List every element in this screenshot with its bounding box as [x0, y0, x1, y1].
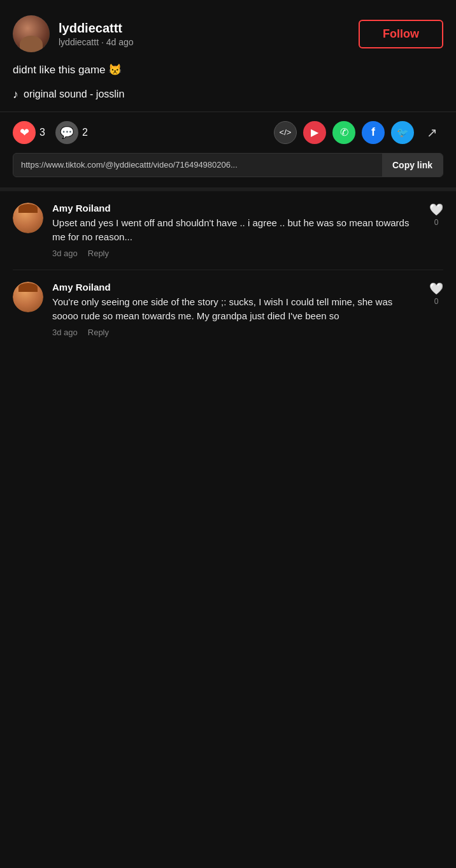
- comment-like-area[interactable]: 🤍 0: [429, 203, 443, 227]
- heart-icon: ❤: [13, 121, 36, 144]
- share-icons: </> ▶ ✆ f 🐦 ↗: [274, 121, 443, 144]
- comment-time: 3d ago: [52, 249, 78, 258]
- action-buttons-left: ❤ 3 💬 2: [13, 121, 274, 144]
- reply-button[interactable]: Reply: [88, 328, 109, 337]
- sound-bar[interactable]: ♪ original sound - josslin: [0, 84, 456, 112]
- link-text: https://www.tiktok.com/@lyddiecattt/vide…: [13, 154, 382, 176]
- comment-like-area[interactable]: 🤍 0: [429, 282, 443, 306]
- comment-avatar[interactable]: [13, 203, 43, 233]
- more-share-button[interactable]: ↗: [420, 121, 443, 144]
- comment-username: Amy Roiland: [52, 282, 420, 293]
- comment-username: Amy Roiland: [52, 203, 420, 213]
- like-button[interactable]: ❤ 3: [13, 121, 45, 144]
- whatsapp-share-button[interactable]: ✆: [332, 121, 355, 144]
- copy-link-button[interactable]: Copy link: [382, 154, 443, 177]
- facebook-share-button[interactable]: f: [362, 121, 385, 144]
- post-caption: didnt like this game 😾: [0, 60, 456, 84]
- avatar[interactable]: [13, 15, 50, 52]
- comment-meta: 3d ago Reply: [52, 328, 420, 337]
- comment-text: Upset and yes I went off and shouldn't h…: [52, 216, 420, 245]
- follow-button[interactable]: Follow: [359, 20, 443, 48]
- vimeo-share-button[interactable]: ▶: [303, 121, 326, 144]
- post-header: lyddiecattt lyddiecattt · 4d ago Follow: [0, 0, 456, 60]
- comment-heart-icon: 🤍: [429, 203, 443, 217]
- comment-count: 2: [82, 127, 88, 138]
- reply-button[interactable]: Reply: [88, 249, 109, 258]
- comment-heart-icon: 🤍: [429, 282, 443, 296]
- comment-item: Amy Roiland You're only seeing one side …: [0, 270, 456, 349]
- comment-item: Amy Roiland Upset and yes I went off and…: [0, 191, 456, 270]
- sound-label: original sound - josslin: [24, 89, 124, 100]
- username-main: lyddiecattt: [59, 20, 134, 36]
- twitter-share-button[interactable]: 🐦: [391, 121, 414, 144]
- actions-row: ❤ 3 💬 2 </> ▶ ✆ f 🐦 ↗: [0, 112, 456, 153]
- comment-text: You're only seeing one side of the story…: [52, 295, 420, 324]
- comment-like-count: 0: [434, 218, 439, 227]
- comment-button[interactable]: 💬 2: [55, 121, 88, 144]
- username-block: lyddiecattt lyddiecattt · 4d ago: [59, 20, 134, 47]
- comment-like-count: 0: [434, 297, 439, 306]
- comment-body: Amy Roiland You're only seeing one side …: [52, 282, 420, 337]
- embed-button[interactable]: </>: [274, 121, 297, 144]
- comment-time: 3d ago: [52, 328, 78, 337]
- post-author-info: lyddiecattt lyddiecattt · 4d ago: [13, 15, 134, 52]
- comment-icon: 💬: [55, 121, 78, 144]
- comment-avatar[interactable]: [13, 282, 43, 312]
- comment-meta: 3d ago Reply: [52, 249, 420, 258]
- username-sub: lyddiecattt · 4d ago: [59, 37, 134, 47]
- like-count: 3: [39, 127, 45, 138]
- link-bar: https://www.tiktok.com/@lyddiecattt/vide…: [13, 153, 443, 177]
- comment-body: Amy Roiland Upset and yes I went off and…: [52, 203, 420, 258]
- music-icon: ♪: [13, 88, 18, 101]
